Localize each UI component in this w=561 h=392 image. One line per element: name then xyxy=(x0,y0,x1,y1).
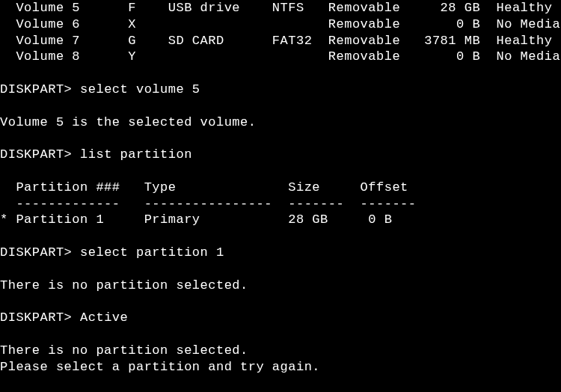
volume-row: Volume 7 G SD CARD FAT32 Removable 3781 … xyxy=(16,34,552,48)
diskpart-terminal[interactable]: Volume 5 F USB drive NTFS Removable 28 G… xyxy=(0,0,561,392)
prompt: DISKPART> xyxy=(0,310,72,325)
command-list-partition: list partition xyxy=(80,147,192,162)
partition-header: Partition ### Type Size Offset xyxy=(16,180,408,195)
command-select-partition: select partition 1 xyxy=(80,245,224,260)
prompt: DISKPART> xyxy=(0,82,72,97)
partition-row: * Partition 1 Primary 28 GB 0 B xyxy=(0,212,392,227)
volume-row: Volume 6 X Removable 0 B No Media xyxy=(16,17,560,31)
volume-row: Volume 8 Y Removable 0 B No Media xyxy=(16,49,560,64)
response-text: Please select a partition and try again. xyxy=(0,360,320,374)
partition-rule: ------------- ---------------- ------- -… xyxy=(16,197,416,211)
command-select-volume: select volume 5 xyxy=(80,82,200,97)
prompt: DISKPART> xyxy=(0,245,72,260)
response-text: Volume 5 is the selected volume. xyxy=(0,115,256,129)
prompt: DISKPART> xyxy=(0,147,72,162)
command-active: Active xyxy=(80,310,128,325)
volume-row: Volume 5 F USB drive NTFS Removable 28 G… xyxy=(16,1,552,15)
response-text: There is no partition selected. xyxy=(0,278,248,293)
response-text: There is no partition selected. xyxy=(0,343,248,358)
